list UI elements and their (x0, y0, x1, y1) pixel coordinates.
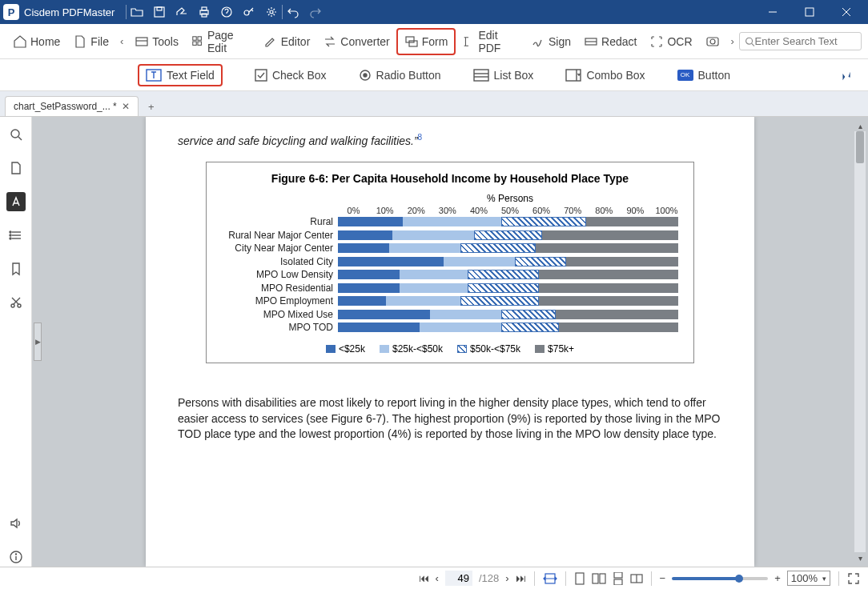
svg-rect-51 (600, 574, 605, 583)
screenshot-button[interactable] (699, 30, 726, 54)
page-number-input[interactable] (445, 571, 472, 586)
tab-label: chart_SetPassword_... * (14, 101, 117, 112)
undo-icon[interactable] (286, 5, 300, 19)
chart-legend: <$25k$25k-<$50k$50k-<$75k$75k+ (218, 343, 682, 355)
chart-bar-row: MPO Employment (218, 294, 682, 307)
close-tab-icon[interactable]: ✕ (122, 101, 130, 112)
fit-width-icon[interactable] (543, 572, 557, 585)
svg-point-24 (745, 38, 752, 44)
app-logo: P (3, 4, 19, 20)
chart-ticks: 0%10%20%30%40%50%60%70%80%90%100% (338, 206, 682, 215)
svg-point-40 (10, 231, 11, 233)
document-tab[interactable]: chart_SetPassword_... * ✕ (5, 96, 139, 116)
read-mode-icon[interactable] (630, 572, 643, 585)
zoom-select[interactable]: 100%▾ (787, 571, 830, 586)
chart-bar-row: MPO Residential (218, 282, 682, 294)
zoom-slider[interactable] (672, 577, 768, 580)
chart-title: Figure 6-6: Per Capita Household Income … (218, 172, 682, 185)
page-edit-button[interactable]: Page Edit (185, 24, 257, 59)
expand-sidebar-handle[interactable]: ▶ (34, 323, 42, 361)
chart-x-axis-label: % Persons (338, 193, 682, 204)
next-page-icon[interactable]: › (505, 572, 508, 584)
redo-icon[interactable] (308, 5, 323, 19)
search-box[interactable] (739, 32, 862, 50)
toolbar-left-arrow[interactable]: ‹ (115, 30, 128, 52)
svg-rect-17 (198, 42, 201, 45)
redact-button[interactable]: Redact (577, 30, 643, 54)
pin-icon[interactable] (839, 69, 852, 82)
editor-button[interactable]: Editor (257, 30, 317, 54)
scroll-up-icon[interactable]: ▴ (854, 120, 866, 131)
svg-point-7 (270, 10, 273, 14)
open-icon[interactable] (130, 5, 144, 19)
sidebar-cut-icon[interactable] (6, 293, 26, 312)
footnote-ref[interactable]: 8 (418, 133, 423, 142)
zoom-in-icon[interactable]: + (774, 572, 781, 584)
minimize-button[interactable] (754, 0, 791, 24)
key-icon[interactable] (242, 5, 256, 19)
print-icon[interactable] (197, 5, 211, 19)
svg-point-47 (15, 554, 16, 555)
button-tool[interactable]: OKButton (677, 69, 730, 82)
fullscreen-icon[interactable] (847, 572, 860, 585)
edit-pdf-button[interactable]: Edit PDF (456, 24, 524, 59)
list-box-tool[interactable]: List Box (473, 69, 534, 82)
svg-rect-53 (614, 579, 622, 585)
svg-rect-49 (576, 573, 584, 584)
new-tab-button[interactable]: + (142, 97, 161, 116)
settings-icon[interactable] (264, 5, 279, 19)
svg-point-35 (11, 130, 19, 138)
last-page-icon[interactable]: ⏭ (516, 572, 526, 584)
svg-rect-30 (474, 70, 488, 81)
single-page-icon[interactable] (574, 572, 585, 585)
two-page-icon[interactable] (592, 572, 606, 585)
vertical-scrollbar[interactable]: ▴ ▾ (854, 120, 866, 563)
check-box-tool[interactable]: Check Box (255, 69, 327, 82)
app-title: Cisdem PDFMaster (24, 6, 115, 18)
radio-button-tool[interactable]: Radio Button (359, 69, 441, 82)
share-icon[interactable] (175, 5, 189, 19)
sidebar-font-icon[interactable] (6, 192, 26, 211)
sidebar-bookmark-icon[interactable] (6, 259, 26, 278)
sidebar-info-icon[interactable] (6, 547, 26, 567)
tools-button[interactable]: Tools (128, 30, 185, 54)
chart-bar-row: Rural Near Major Center (218, 229, 682, 242)
svg-line-36 (18, 137, 22, 140)
combo-box-tool[interactable]: Combo Box (565, 69, 645, 82)
svg-rect-9 (806, 8, 814, 16)
svg-rect-1 (157, 7, 162, 10)
sidebar-page-icon[interactable] (6, 158, 26, 178)
close-button[interactable] (828, 0, 865, 24)
svg-point-44 (18, 304, 21, 307)
text-field-tool[interactable]: Text Field (138, 64, 223, 86)
chart-bar-row: Isolated City (218, 255, 682, 268)
help-icon[interactable] (219, 5, 234, 19)
sidebar-outline-icon[interactable] (6, 226, 26, 245)
ocr-button[interactable]: OCR (643, 30, 698, 54)
form-button[interactable]: Form (396, 28, 456, 55)
svg-rect-0 (155, 7, 164, 17)
save-icon[interactable] (152, 5, 167, 19)
scroll-down-icon[interactable]: ▾ (854, 552, 866, 563)
converter-button[interactable]: Converter (316, 30, 396, 54)
tab-row: chart_SetPassword_... * ✕ + (0, 91, 868, 117)
sidebar-search-icon[interactable] (6, 125, 26, 144)
svg-rect-12 (136, 38, 147, 46)
first-page-icon[interactable]: ⏮ (419, 572, 429, 584)
maximize-button[interactable] (791, 0, 828, 24)
svg-point-41 (10, 234, 11, 236)
chart-bar-row: City Near Major Center (218, 242, 682, 254)
svg-rect-16 (193, 42, 196, 45)
search-input[interactable] (755, 35, 856, 47)
file-button[interactable]: File (66, 30, 115, 54)
sidebar-sound-icon[interactable] (6, 514, 26, 533)
continuous-icon[interactable] (613, 572, 624, 585)
home-button[interactable]: Home (6, 30, 66, 54)
zoom-out-icon[interactable]: − (660, 572, 666, 584)
quote-text: service and safe bicycling and walking f… (178, 133, 722, 147)
toolbar-right-arrow[interactable]: › (726, 30, 739, 52)
prev-page-icon[interactable]: ‹ (436, 572, 439, 584)
sign-button[interactable]: Sign (524, 30, 577, 54)
document-viewport: ▶ ▴ ▾ service and safe bicycling and wal… (32, 117, 868, 567)
svg-rect-18 (406, 37, 414, 42)
